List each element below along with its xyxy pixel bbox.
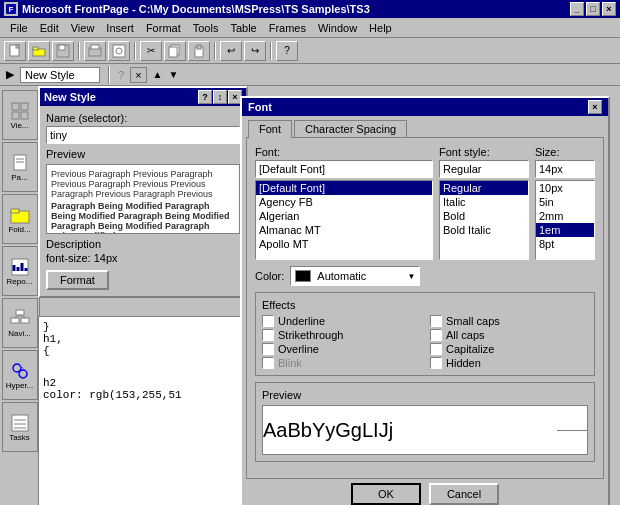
menu-edit[interactable]: Edit [34, 20, 65, 36]
font-size-listbox[interactable]: 10px 5in 2mm 1em 8pt [535, 180, 595, 260]
address-x-btn[interactable]: × [130, 67, 146, 83]
sidebar-item-views[interactable]: Vie... [2, 90, 38, 140]
name-sep [108, 66, 110, 84]
font-style-listbox[interactable]: Regular Italic Bold Bold Italic [439, 180, 529, 260]
font-name-selected[interactable]: [Default Font] [256, 181, 432, 195]
sidebar-item-pages[interactable]: Pa... [2, 142, 38, 192]
style-bold[interactable]: Bold [440, 209, 528, 223]
underline-checkbox[interactable] [262, 315, 274, 327]
redo-button[interactable]: ↪ [244, 41, 266, 61]
ok-button[interactable]: OK [351, 483, 421, 505]
svg-rect-31 [16, 310, 24, 315]
sidebar-item-folders[interactable]: Fold... [2, 194, 38, 244]
menu-insert[interactable]: Insert [100, 20, 140, 36]
capitalize-label: Capitalize [446, 343, 494, 355]
font-style-col: Font style: Regular Italic Bold Bold Ita… [439, 146, 529, 260]
description-text: font-size: 14px [46, 252, 240, 264]
color-value: Automatic [317, 270, 366, 282]
close-button[interactable]: × [602, 2, 616, 16]
tab-character-spacing[interactable]: Character Spacing [294, 120, 407, 137]
name-input[interactable] [46, 126, 240, 144]
hidden-checkbox[interactable] [430, 357, 442, 369]
menu-view[interactable]: View [65, 20, 101, 36]
font-dialog-close-btn[interactable]: × [588, 100, 602, 114]
description-label: Description [46, 238, 240, 250]
menu-window[interactable]: Window [312, 20, 363, 36]
sidebar-item-hyperlinks[interactable]: Hyper... [2, 350, 38, 400]
menu-frames[interactable]: Frames [263, 20, 312, 36]
font-item-apollo[interactable]: Apollo MT [256, 237, 432, 251]
checkbox-overline: Overline [262, 343, 420, 355]
name-up-btn[interactable]: ▲ [153, 69, 163, 80]
toolbar-sep-2 [134, 42, 136, 60]
font-preview-text: AaBbYyGgLIJj [263, 419, 393, 442]
menu-table[interactable]: Table [224, 20, 262, 36]
svg-rect-33 [21, 318, 29, 323]
toolbar-sep-3 [214, 42, 216, 60]
sidebar-item-navigation[interactable]: Navi... [2, 298, 38, 348]
font-preview-label: Preview [262, 389, 588, 401]
style-dropdown[interactable]: New Style [20, 67, 100, 83]
code-editor[interactable]: } h1, { h2 color: rgb(153,255,51 [38, 316, 248, 505]
font-style-input[interactable] [439, 160, 529, 178]
font-name-col: Font: [Default Font] Agency FB Algerian … [255, 146, 433, 260]
menu-tools[interactable]: Tools [187, 20, 225, 36]
size-5in[interactable]: 5in [536, 195, 594, 209]
font-name-input[interactable] [255, 160, 433, 178]
preview-label: Preview [46, 148, 240, 160]
overline-checkbox[interactable] [262, 343, 274, 355]
blink-checkbox[interactable] [262, 357, 274, 369]
size-10px[interactable]: 10px [536, 181, 594, 195]
save-button[interactable] [52, 41, 74, 61]
strikethrough-checkbox[interactable] [262, 329, 274, 341]
sidebar-item-reports[interactable]: Repo... [2, 246, 38, 296]
new-style-question-btn[interactable]: ? [198, 90, 212, 104]
size-2mm[interactable]: 2mm [536, 209, 594, 223]
style-bold-italic[interactable]: Bold Italic [440, 223, 528, 237]
capitalize-checkbox[interactable] [430, 343, 442, 355]
font-item-almanac[interactable]: Almanac MT [256, 223, 432, 237]
color-dropdown[interactable]: Automatic ▼ [290, 266, 420, 286]
new-style-body: Name (selector): Preview Previous Paragr… [40, 106, 246, 296]
cut-button[interactable]: ✂ [140, 41, 162, 61]
new-style-move-btn[interactable]: ↕ [213, 90, 227, 104]
name-down-btn[interactable]: ▼ [168, 69, 178, 80]
help-button[interactable]: ? [276, 41, 298, 61]
all-caps-checkbox[interactable] [430, 329, 442, 341]
new-style-title-buttons: ? ↕ × [198, 90, 242, 104]
font-name-listbox[interactable]: [Default Font] Agency FB Algerian Almana… [255, 180, 433, 260]
tab-font[interactable]: Font [248, 120, 292, 138]
svg-rect-11 [113, 45, 125, 57]
minimize-button[interactable]: _ [570, 2, 584, 16]
font-item-algerian[interactable]: Algerian [256, 209, 432, 223]
font-size-col: Size: 10px 5in 2mm 1em 8pt [535, 146, 595, 260]
undo-button[interactable]: ↩ [220, 41, 242, 61]
main-content: Vie... Pa... Fold... Repo... Navi... Hyp… [0, 86, 620, 505]
style-selected[interactable]: Regular [440, 181, 528, 195]
small-caps-checkbox[interactable] [430, 315, 442, 327]
new-style-title-text: New Style [44, 91, 96, 103]
font-item-agency[interactable]: Agency FB [256, 195, 432, 209]
sidebar-item-tasks[interactable]: Tasks [2, 402, 38, 452]
paste-button[interactable] [188, 41, 210, 61]
font-size-input[interactable] [535, 160, 595, 178]
cancel-button[interactable]: Cancel [429, 483, 499, 505]
menu-bar: File Edit View Insert Format Tools Table… [0, 18, 620, 38]
new-button[interactable] [4, 41, 26, 61]
effects-label: Effects [262, 299, 588, 311]
maximize-button[interactable]: □ [586, 2, 600, 16]
style-italic[interactable]: Italic [440, 195, 528, 209]
preview-button[interactable] [108, 41, 130, 61]
print-button[interactable] [84, 41, 106, 61]
format-button[interactable]: Format [46, 270, 109, 290]
svg-rect-18 [21, 103, 28, 110]
size-1em[interactable]: 1em [536, 223, 594, 237]
open-button[interactable] [28, 41, 50, 61]
menu-format[interactable]: Format [140, 20, 187, 36]
size-8pt[interactable]: 8pt [536, 237, 594, 251]
copy-button[interactable] [164, 41, 186, 61]
sidebar: Vie... Pa... Fold... Repo... Navi... Hyp… [0, 86, 40, 505]
svg-text:F: F [9, 5, 14, 14]
menu-file[interactable]: File [4, 20, 34, 36]
menu-help[interactable]: Help [363, 20, 398, 36]
